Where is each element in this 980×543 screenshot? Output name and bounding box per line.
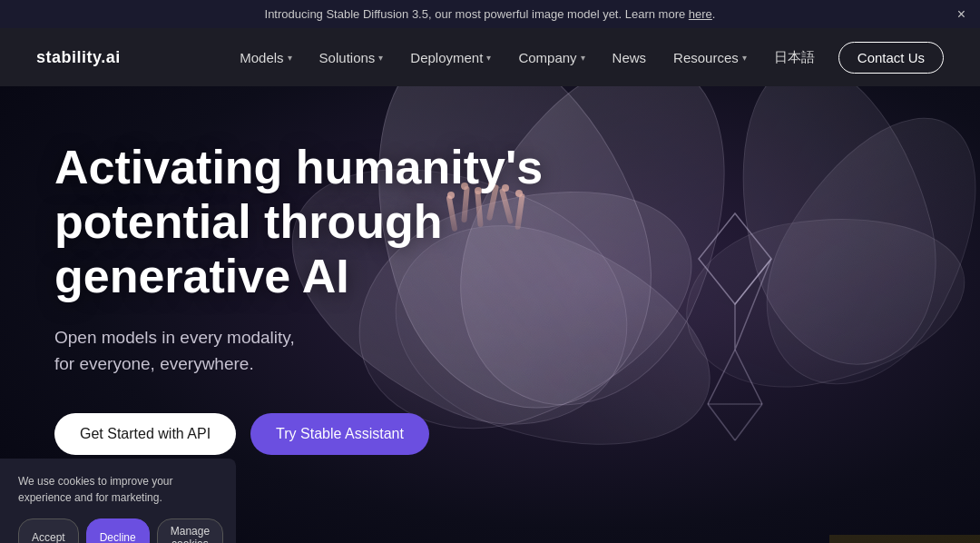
nav-news[interactable]: News	[602, 43, 658, 73]
svg-line-3	[735, 350, 762, 404]
announcement-bar: Introducing Stable Diffusion 3.5, our mo…	[0, 0, 980, 28]
nav-deployment[interactable]: Deployment ▾	[399, 43, 502, 73]
svg-marker-0	[699, 213, 771, 304]
nav-links: Models ▾ Solutions ▾ Deployment ▾ Compan…	[229, 42, 944, 74]
chevron-down-icon: ▾	[486, 53, 491, 63]
logo[interactable]: stability.ai	[36, 48, 121, 67]
geometric-figure	[653, 204, 817, 477]
hero-title: Activating humanity's potential through …	[54, 141, 581, 303]
chevron-down-icon: ▾	[378, 53, 383, 63]
decline-cookies-button[interactable]: Decline	[86, 518, 150, 543]
hero-subtitle: Open models in every modality,for everyo…	[54, 325, 581, 377]
nav-resources[interactable]: Resources ▾	[662, 43, 758, 73]
chevron-down-icon: ▾	[581, 53, 585, 63]
get-started-button[interactable]: Get Started with API	[54, 413, 236, 455]
navbar: stability.ai Models ▾ Solutions ▾ Deploy…	[0, 28, 980, 86]
nav-japanese[interactable]: 日本語	[763, 42, 826, 74]
chevron-down-icon: ▾	[742, 53, 747, 63]
accept-cookies-button[interactable]: Accept	[18, 518, 79, 543]
hero-buttons: Get Started with API Try Stable Assistan…	[54, 413, 581, 455]
nav-solutions[interactable]: Solutions ▾	[309, 43, 395, 73]
nav-models[interactable]: Models ▾	[229, 43, 302, 73]
svg-marker-1	[735, 259, 771, 350]
hero-section: Activating humanity's potential through …	[0, 86, 980, 543]
contact-button[interactable]: Contact Us	[838, 42, 944, 74]
close-announcement-button[interactable]: ×	[957, 6, 965, 23]
announcement-link[interactable]: here	[689, 7, 712, 21]
manage-cookies-button[interactable]: Manage cookies	[157, 518, 223, 543]
announcement-text: Introducing Stable Diffusion 3.5, our mo…	[265, 7, 689, 21]
svg-line-5	[735, 404, 762, 440]
watermark: ⭐ 值什么值得买	[829, 535, 980, 543]
chevron-down-icon: ▾	[288, 53, 292, 63]
svg-line-2	[708, 350, 735, 404]
hero-content: Activating humanity's potential through …	[54, 141, 581, 455]
try-assistant-button[interactable]: Try Stable Assistant	[250, 413, 429, 455]
cookie-banner: We use cookies to improve your experienc…	[0, 459, 236, 543]
cookie-buttons: Accept Decline Manage cookies	[18, 518, 218, 543]
cookie-text: We use cookies to improve your experienc…	[18, 473, 218, 506]
nav-company[interactable]: Company ▾	[507, 43, 595, 73]
svg-line-4	[708, 404, 735, 440]
